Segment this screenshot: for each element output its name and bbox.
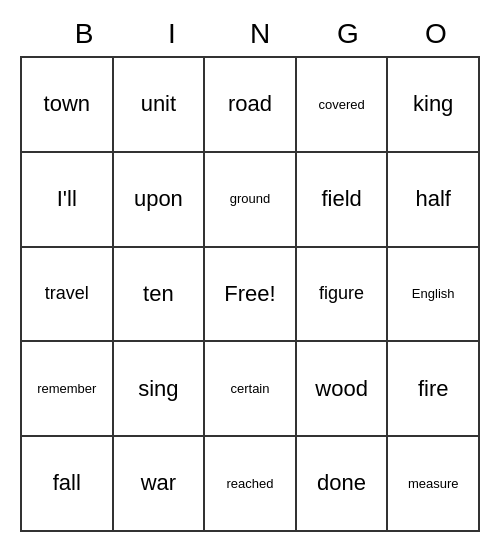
cell-text-r1-c0: I'll bbox=[57, 186, 77, 212]
cell-text-r0-c1: unit bbox=[141, 91, 176, 117]
cell-r0-c3: covered bbox=[297, 58, 389, 153]
header-b: B bbox=[40, 12, 128, 56]
cell-text-r1-c2: ground bbox=[230, 191, 270, 207]
cell-r0-c0: town bbox=[22, 58, 114, 153]
cell-r2-c3: figure bbox=[297, 248, 389, 343]
cell-r4-c2: reached bbox=[205, 437, 297, 532]
cell-text-r2-c4: English bbox=[412, 286, 455, 302]
cell-text-r1-c3: field bbox=[321, 186, 361, 212]
header-i: I bbox=[128, 12, 216, 56]
cell-r4-c0: fall bbox=[22, 437, 114, 532]
cell-r1-c0: I'll bbox=[22, 153, 114, 248]
cell-r3-c0: remember bbox=[22, 342, 114, 437]
cell-text-r2-c2: Free! bbox=[224, 281, 275, 307]
header-o: O bbox=[392, 12, 480, 56]
cell-text-r0-c0: town bbox=[44, 91, 90, 117]
cell-text-r0-c4: king bbox=[413, 91, 453, 117]
cell-text-r3-c3: wood bbox=[315, 376, 368, 402]
cell-r2-c0: travel bbox=[22, 248, 114, 343]
cell-r4-c4: measure bbox=[388, 437, 480, 532]
cell-r1-c4: half bbox=[388, 153, 480, 248]
cell-r1-c2: ground bbox=[205, 153, 297, 248]
cell-text-r0-c2: road bbox=[228, 91, 272, 117]
cell-text-r2-c1: ten bbox=[143, 281, 174, 307]
cell-text-r0-c3: covered bbox=[318, 97, 364, 113]
cell-text-r3-c4: fire bbox=[418, 376, 449, 402]
cell-r0-c2: road bbox=[205, 58, 297, 153]
cell-r3-c2: certain bbox=[205, 342, 297, 437]
cell-r2-c2: Free! bbox=[205, 248, 297, 343]
cell-r0-c1: unit bbox=[114, 58, 206, 153]
cell-r2-c1: ten bbox=[114, 248, 206, 343]
cell-r2-c4: English bbox=[388, 248, 480, 343]
header-g: G bbox=[304, 12, 392, 56]
cell-text-r2-c3: figure bbox=[319, 283, 364, 305]
cell-text-r4-c2: reached bbox=[227, 476, 274, 492]
cell-r3-c1: sing bbox=[114, 342, 206, 437]
bingo-grid: townunitroadcoveredkingI'llupongroundfie… bbox=[20, 56, 480, 532]
cell-text-r3-c0: remember bbox=[37, 381, 96, 397]
cell-text-r3-c1: sing bbox=[138, 376, 178, 402]
bingo-header: B I N G O bbox=[20, 12, 480, 56]
cell-r4-c1: war bbox=[114, 437, 206, 532]
cell-text-r2-c0: travel bbox=[45, 283, 89, 305]
cell-text-r3-c2: certain bbox=[230, 381, 269, 397]
cell-text-r1-c1: upon bbox=[134, 186, 183, 212]
cell-r3-c4: fire bbox=[388, 342, 480, 437]
cell-r1-c1: upon bbox=[114, 153, 206, 248]
cell-r3-c3: wood bbox=[297, 342, 389, 437]
cell-r1-c3: field bbox=[297, 153, 389, 248]
header-n: N bbox=[216, 12, 304, 56]
cell-text-r4-c0: fall bbox=[53, 470, 81, 496]
cell-text-r4-c1: war bbox=[141, 470, 176, 496]
cell-text-r4-c4: measure bbox=[408, 476, 459, 492]
cell-r4-c3: done bbox=[297, 437, 389, 532]
bingo-card: B I N G O townunitroadcoveredkingI'llupo… bbox=[20, 12, 480, 532]
cell-text-r4-c3: done bbox=[317, 470, 366, 496]
cell-r0-c4: king bbox=[388, 58, 480, 153]
cell-text-r1-c4: half bbox=[415, 186, 450, 212]
